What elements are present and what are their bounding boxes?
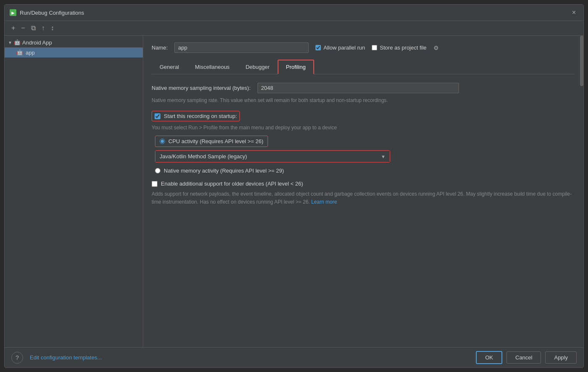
enable-additional-description: Adds support for network payloads, the e… xyxy=(152,190,575,206)
learn-more-link[interactable]: Learn more xyxy=(311,199,337,205)
recording-type-select[interactable]: Java/Kotlin Method Sample (legacy) Java/… xyxy=(155,151,390,162)
bottom-left: ? Edit configuration templates... xyxy=(11,352,102,364)
android-title-icon: ▶ xyxy=(10,9,16,16)
move-config-button[interactable]: ↑ xyxy=(40,24,47,33)
enable-additional-checkbox[interactable] xyxy=(152,181,158,187)
edit-templates-link[interactable]: Edit configuration templates... xyxy=(30,354,102,361)
cancel-button[interactable]: Cancel xyxy=(507,351,541,364)
scrollbar-track xyxy=(580,36,583,347)
chevron-down-icon: ▼ xyxy=(8,40,12,45)
enable-additional-label: Enable additional support for older devi… xyxy=(161,181,303,187)
sidebar-item-app[interactable]: 🤖 app xyxy=(5,47,143,58)
start-recording-checkbox[interactable] xyxy=(155,113,160,119)
close-button[interactable]: × xyxy=(570,8,578,17)
store-project-text: Store as project file xyxy=(380,45,426,51)
right-panel: Name: Allow parallel run Store as projec… xyxy=(143,36,583,213)
native-memory-activity-label: Native memory activity (Requires API lev… xyxy=(164,168,284,174)
native-memory-hint: Native memory sampling rate. This value … xyxy=(152,97,575,104)
allow-parallel-checkbox[interactable] xyxy=(315,45,321,50)
title-bar: ▶ Run/Debug Configurations × xyxy=(5,5,583,21)
native-memory-activity-row: Native memory activity (Requires API lev… xyxy=(155,168,575,174)
apply-button[interactable]: Apply xyxy=(545,351,577,364)
remove-config-button[interactable]: − xyxy=(19,24,26,33)
sidebar-group-label: Android App xyxy=(22,39,52,46)
add-config-button[interactable]: + xyxy=(10,24,17,33)
name-label: Name: xyxy=(152,45,168,51)
start-recording-hint: You must select Run > Profile from the m… xyxy=(152,125,575,131)
sidebar-section-android: ▼ 🤖 Android App 🤖 app xyxy=(5,36,143,59)
enable-additional-row: Enable additional support for older devi… xyxy=(152,181,575,187)
scrollbar-thumb[interactable] xyxy=(580,36,583,86)
toolbar: + − ⧉ ↑ ↕ xyxy=(5,21,583,36)
tabs-row: General Miscellaneous Debugger Profiling xyxy=(152,60,575,74)
name-row: Name: Allow parallel run Store as projec… xyxy=(152,42,575,53)
sidebar: ▼ 🤖 Android App 🤖 app xyxy=(5,36,143,347)
tab-miscellaneous[interactable]: Miscellaneous xyxy=(187,60,237,74)
title-bar-left: ▶ Run/Debug Configurations xyxy=(10,9,84,16)
start-recording-label: Start this recording on startup: xyxy=(164,113,237,119)
ok-button[interactable]: OK xyxy=(476,351,502,364)
allow-parallel-label[interactable]: Allow parallel run xyxy=(315,45,365,51)
sidebar-item-label: app xyxy=(26,50,35,56)
tab-profiling[interactable]: Profiling xyxy=(278,60,314,74)
dialog-title: Run/Debug Configurations xyxy=(20,10,84,16)
native-memory-label: Native memory sampling interval (bytes): xyxy=(152,85,251,91)
profiling-section: Native memory sampling interval (bytes):… xyxy=(152,83,575,206)
store-project-checkbox[interactable] xyxy=(372,45,377,50)
android-app-icon: 🤖 xyxy=(16,49,23,56)
tab-general[interactable]: General xyxy=(152,60,187,74)
help-button[interactable]: ? xyxy=(11,352,23,364)
native-memory-input[interactable] xyxy=(257,83,459,93)
sort-config-button[interactable]: ↕ xyxy=(49,24,56,33)
bottom-bar: ? Edit configuration templates... OK Can… xyxy=(5,347,583,367)
run-debug-dialog: ▶ Run/Debug Configurations × + − ⧉ ↑ ↕ ▼… xyxy=(4,4,584,368)
dropdown-wrapper: Java/Kotlin Method Sample (legacy) Java/… xyxy=(155,151,390,162)
main-content: ▼ 🤖 Android App 🤖 app Name: xyxy=(5,36,583,347)
tab-debugger[interactable]: Debugger xyxy=(238,60,278,74)
sidebar-group-android[interactable]: ▼ 🤖 Android App xyxy=(5,37,143,47)
name-input[interactable] xyxy=(174,42,309,53)
native-memory-row: Native memory sampling interval (bytes): xyxy=(152,83,575,93)
android-icon: 🤖 xyxy=(14,39,21,46)
dropdown-row: Java/Kotlin Method Sample (legacy) Java/… xyxy=(155,150,390,162)
copy-config-button[interactable]: ⧉ xyxy=(29,24,37,33)
right-panel-wrapper: Name: Allow parallel run Store as projec… xyxy=(143,36,583,347)
native-memory-activity-radio[interactable] xyxy=(155,168,160,173)
store-project-label[interactable]: Store as project file xyxy=(372,45,426,51)
cpu-activity-row: CPU activity (Requires API level >= 26) xyxy=(155,136,268,147)
start-recording-row: Start this recording on startup: xyxy=(152,111,240,121)
gear-button[interactable]: ⚙ xyxy=(433,45,439,51)
dialog-buttons: OK Cancel Apply xyxy=(476,351,577,364)
allow-parallel-text: Allow parallel run xyxy=(323,45,365,51)
cpu-activity-radio[interactable] xyxy=(160,139,165,144)
cpu-activity-label: CPU activity (Requires API level >= 26) xyxy=(168,138,263,144)
